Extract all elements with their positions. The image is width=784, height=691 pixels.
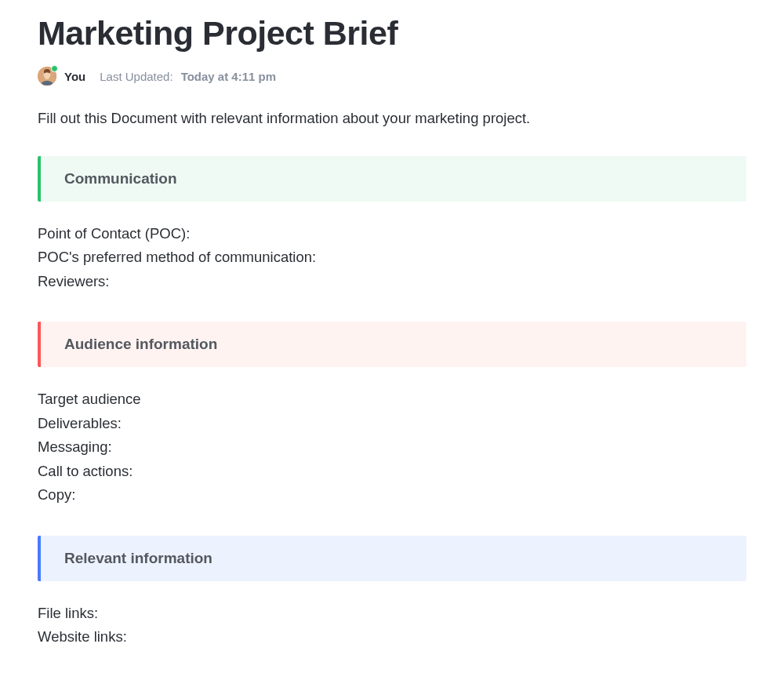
section-banner-relevant[interactable]: Relevant information	[38, 536, 746, 581]
meta-row: You Last Updated: Today at 4:11 pm	[38, 67, 746, 85]
section-banner-audience[interactable]: Audience information	[38, 322, 746, 367]
section-heading-relevant[interactable]: Relevant information	[64, 550, 723, 567]
section-heading-audience[interactable]: Audience information	[64, 336, 723, 353]
field-list-communication[interactable]: Point of Contact (POC): POC's preferred …	[38, 222, 746, 294]
field-line[interactable]: Call to actions:	[38, 460, 746, 484]
field-line[interactable]: Reviewers:	[38, 270, 746, 294]
presence-indicator-icon	[51, 65, 58, 72]
section-heading-communication[interactable]: Communication	[64, 170, 723, 187]
field-line[interactable]: Target audience	[38, 387, 746, 412]
field-list-relevant[interactable]: File links: Website links:	[38, 602, 746, 649]
last-updated-label: Last Updated:	[100, 70, 172, 83]
field-line[interactable]: Copy:	[38, 483, 746, 507]
field-line[interactable]: Deliverables:	[38, 412, 746, 436]
field-line[interactable]: POC's preferred method of communication:	[38, 245, 746, 270]
field-line[interactable]: Website links:	[38, 625, 746, 649]
field-line[interactable]: Messaging:	[38, 435, 746, 460]
intro-text[interactable]: Fill out this Document with relevant inf…	[38, 107, 746, 129]
author-avatar[interactable]	[38, 67, 56, 85]
field-list-audience[interactable]: Target audience Deliverables: Messaging:…	[38, 387, 746, 507]
field-line[interactable]: Point of Contact (POC):	[38, 222, 746, 246]
section-banner-communication[interactable]: Communication	[38, 156, 746, 202]
last-updated-value: Today at 4:11 pm	[181, 70, 276, 83]
author-name[interactable]: You	[64, 70, 85, 83]
page-title[interactable]: Marketing Project Brief	[38, 14, 746, 53]
field-line[interactable]: File links:	[38, 602, 746, 626]
